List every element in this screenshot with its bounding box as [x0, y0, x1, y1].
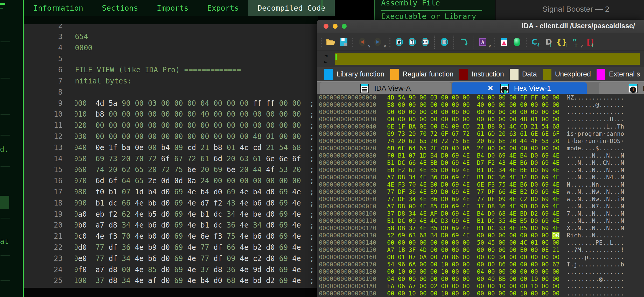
hex-byte[interactable]: 04	[387, 275, 394, 282]
hex-byte[interactable]: B4	[430, 152, 437, 159]
toolbar-drag-handle[interactable]	[319, 36, 323, 48]
hex-byte[interactable]: 6F	[552, 130, 559, 137]
hex-byte[interactable]: 10	[520, 290, 527, 297]
hex-byte[interactable]: 00	[452, 109, 459, 115]
hex-byte[interactable]: B4	[441, 123, 448, 130]
hex-byte[interactable]: 50	[477, 239, 484, 246]
hex-byte[interactable]: 69	[452, 217, 459, 224]
dropdown-chevron-icon[interactable]: ∨	[488, 43, 491, 51]
hex-byte[interactable]: 0E	[387, 123, 394, 130]
hex-byte[interactable]: 20	[409, 130, 416, 137]
hex-byte[interactable]: 00	[499, 116, 506, 123]
hex-byte[interactable]: B5	[520, 225, 527, 231]
dropdown-chevron-icon[interactable]: ∨	[368, 43, 371, 51]
hex-byte[interactable]: 69	[452, 181, 459, 188]
hex-byte[interactable]: 69	[452, 152, 459, 159]
hex-byte[interactable]: 04	[477, 268, 484, 275]
hex-byte[interactable]: 00	[509, 290, 516, 297]
hex-byte[interactable]: 00	[477, 261, 484, 268]
hex-byte[interactable]: 00	[477, 254, 484, 260]
hex-byte[interactable]: 58	[387, 225, 394, 231]
hex-byte[interactable]: 00	[488, 290, 495, 297]
hex-byte[interactable]: 20	[398, 138, 405, 144]
hex-byte[interactable]: 00	[520, 109, 527, 115]
hex-byte[interactable]: 4E	[552, 217, 559, 224]
hex-byte[interactable]: 4E	[509, 152, 516, 159]
hex-byte[interactable]: 86	[452, 254, 459, 260]
hex-byte[interactable]: D0	[531, 167, 538, 173]
nav-forward-icon[interactable]	[372, 35, 383, 49]
hex-byte[interactable]: 00	[520, 101, 527, 108]
hex-byte[interactable]: 4E	[419, 203, 427, 210]
hex-byte-cursor[interactable]: 00	[552, 232, 559, 239]
hex-byte[interactable]: 21	[552, 246, 559, 253]
hex-byte[interactable]: 00	[398, 116, 405, 123]
hex-byte[interactable]: BB	[499, 275, 506, 282]
hex-byte[interactable]: F2	[398, 167, 405, 173]
hex-row-ascii[interactable]: ................	[567, 268, 624, 275]
hex-byte[interactable]: 4E	[463, 210, 470, 217]
hex-byte[interactable]: C0	[488, 254, 495, 260]
hex-byte[interactable]: 00	[542, 145, 549, 152]
hex-byte[interactable]: D0	[441, 188, 448, 195]
hex-byte[interactable]: 00	[419, 290, 427, 297]
hex-byte[interactable]: 06	[542, 239, 549, 246]
hex-byte[interactable]: F2	[488, 159, 495, 166]
hex-byte[interactable]: 00	[463, 116, 470, 123]
hex-byte[interactable]: 69	[542, 217, 549, 224]
hex-byte[interactable]: 4E	[419, 196, 427, 202]
hex-byte[interactable]: 01	[499, 123, 506, 130]
hex-byte[interactable]: 10	[398, 268, 405, 275]
hex-byte[interactable]: B4	[520, 152, 527, 159]
hex-byte[interactable]: 69	[542, 159, 549, 166]
hex-byte[interactable]: 00	[398, 290, 405, 297]
hex-byte[interactable]: 6A	[409, 261, 416, 268]
hex-byte[interactable]: 00	[520, 145, 527, 152]
hex-byte[interactable]: 66	[499, 188, 506, 195]
hex-byte[interactable]: FF	[520, 94, 527, 101]
hex-byte[interactable]: 00	[452, 239, 459, 246]
hex-byte[interactable]: 61	[520, 130, 527, 137]
hex-byte[interactable]: 00	[531, 261, 538, 268]
hex-byte[interactable]: B5	[520, 217, 527, 224]
hex-byte[interactable]: 00	[531, 101, 538, 108]
hex-byte[interactable]: 40	[477, 101, 484, 108]
band-scroll-arrows[interactable]: ◄►	[324, 52, 327, 65]
hex-byte[interactable]: 4E	[552, 188, 559, 195]
hex-byte[interactable]: 44	[520, 138, 527, 144]
hex-byte[interactable]: 4E	[463, 181, 470, 188]
hex-byte[interactable]: 00	[509, 239, 516, 246]
hex-byte[interactable]: 4E	[509, 203, 516, 210]
hex-byte[interactable]: B1	[387, 159, 394, 166]
hex-byte[interactable]: 4E	[419, 159, 427, 166]
hex-byte[interactable]: 00	[419, 239, 427, 246]
hex-byte[interactable]: 4E	[463, 188, 470, 195]
hex-byte[interactable]: 48	[520, 116, 527, 123]
hex-byte[interactable]: 00	[499, 145, 506, 152]
hex-byte[interactable]: 00	[488, 101, 495, 108]
hex-byte[interactable]: 62	[409, 167, 416, 173]
hex-byte[interactable]: 00	[542, 268, 549, 275]
hex-byte[interactable]: 6F	[441, 130, 448, 137]
hex-byte[interactable]: 00	[477, 232, 484, 239]
hex-byte[interactable]: 69	[452, 159, 459, 166]
hex-byte[interactable]: 00	[520, 283, 527, 289]
hex-byte[interactable]: D8	[398, 174, 405, 181]
hex-byte[interactable]: 00	[531, 254, 538, 260]
hex-byte[interactable]: 00	[452, 116, 459, 123]
hex-byte[interactable]: E0	[520, 246, 527, 253]
hex-byte[interactable]: 37	[409, 225, 416, 231]
hex-byte[interactable]: 4E	[509, 174, 516, 181]
hex-byte[interactable]: 69	[452, 225, 459, 231]
hex-row-ascii[interactable]: MZ..............	[567, 94, 624, 101]
hex-byte[interactable]: D0	[531, 196, 538, 202]
hex-byte[interactable]: 00	[452, 275, 459, 282]
hex-byte[interactable]: 00	[499, 94, 506, 101]
hex-byte[interactable]: 00	[509, 268, 516, 275]
hex-byte[interactable]: 4E	[552, 159, 559, 166]
hex-byte[interactable]: 10	[441, 268, 448, 275]
hex-byte[interactable]: F0	[387, 152, 394, 159]
hex-byte[interactable]: 52	[387, 232, 394, 239]
hex-byte[interactable]: D0	[441, 167, 448, 173]
hex-byte[interactable]: B1	[398, 152, 405, 159]
